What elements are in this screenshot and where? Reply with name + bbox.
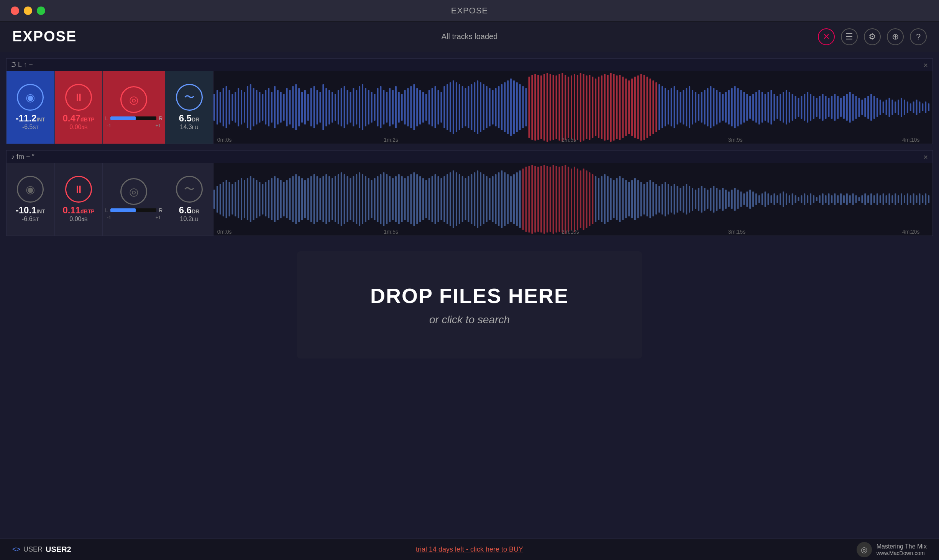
svg-rect-233 — [919, 102, 920, 113]
svg-rect-425 — [768, 193, 769, 205]
svg-rect-288 — [353, 176, 354, 222]
svg-rect-290 — [359, 172, 360, 226]
svg-rect-102 — [522, 86, 524, 128]
svg-rect-413 — [731, 190, 733, 209]
track1-tp-sub: 0.00dB — [69, 124, 87, 131]
svg-rect-260 — [268, 180, 269, 218]
svg-rect-471 — [907, 193, 908, 205]
svg-rect-93 — [495, 88, 497, 126]
svg-rect-25 — [289, 90, 291, 124]
svg-rect-469 — [901, 193, 902, 205]
svg-rect-76 — [443, 86, 445, 128]
svg-rect-408 — [716, 188, 717, 211]
track2-stereo-right: R — [159, 207, 163, 213]
svg-rect-402 — [698, 188, 699, 211]
svg-rect-261 — [271, 178, 273, 220]
gear-icon-btn[interactable]: ⚙ — [864, 28, 881, 45]
stereo-numbers: -1 +1 — [107, 123, 161, 128]
close-button[interactable] — [11, 7, 19, 15]
svg-rect-395 — [677, 186, 678, 213]
list-icon-btn[interactable]: ☰ — [841, 28, 858, 45]
help-icon-btn[interactable]: ? — [910, 28, 927, 45]
track1-loudness-box[interactable]: ◉ -11.2INT -6.5ST — [7, 71, 55, 144]
svg-rect-56 — [383, 90, 384, 124]
svg-rect-119 — [574, 74, 575, 141]
content-area: ℑ L ↑ − × ◉ -11.2INT -6.5ST ⏸ — [0, 52, 939, 539]
svg-rect-354 — [553, 165, 554, 234]
track2-dr-box[interactable]: 〜 6.6DR 10.2LU — [165, 163, 213, 236]
maximize-button[interactable] — [37, 7, 45, 15]
svg-rect-155 — [683, 90, 684, 124]
svg-rect-360 — [571, 169, 572, 230]
svg-rect-266 — [286, 180, 288, 218]
svg-rect-132 — [613, 74, 615, 141]
svg-rect-426 — [770, 195, 772, 203]
svg-rect-475 — [919, 193, 920, 205]
svg-rect-307 — [410, 174, 412, 224]
svg-rect-326 — [468, 176, 470, 222]
svg-rect-287 — [350, 178, 351, 220]
track2-stereo-box[interactable]: ◎ L R -1 +1 — [103, 163, 165, 236]
svg-rect-124 — [589, 75, 590, 140]
track2-metrics: ◉ -10.1INT -6.6ST ⏸ 0.11dBTP 0.00dB — [7, 163, 213, 236]
svg-rect-271 — [301, 178, 303, 220]
svg-rect-170 — [728, 90, 730, 124]
svg-rect-429 — [780, 193, 781, 205]
minimize-button[interactable] — [24, 7, 32, 15]
track1-dr-box[interactable]: 〜 6.5DR 14.3LU — [165, 71, 213, 144]
svg-rect-304 — [401, 176, 403, 222]
svg-rect-150 — [668, 90, 669, 124]
svg-rect-379 — [628, 182, 630, 216]
svg-rect-48 — [359, 86, 360, 128]
track1-stereo-box[interactable]: ◎ L R -1 +1 — [103, 71, 165, 144]
svg-rect-193 — [798, 98, 799, 117]
svg-rect-359 — [568, 167, 569, 232]
track1-close[interactable]: × — [923, 61, 928, 70]
svg-rect-298 — [383, 172, 384, 226]
brand-url: www.MacDown.com — [877, 550, 927, 556]
svg-rect-259 — [265, 182, 266, 216]
svg-rect-218 — [873, 96, 875, 119]
svg-rect-70 — [425, 94, 427, 121]
trial-link[interactable]: trial 14 days left - click here to BUY — [416, 545, 523, 553]
svg-rect-45 — [350, 92, 351, 123]
svg-rect-177 — [749, 96, 751, 119]
svg-rect-406 — [710, 188, 711, 211]
close-icon-btn[interactable]: ✕ — [818, 28, 835, 45]
svg-rect-404 — [704, 188, 706, 211]
svg-rect-203 — [828, 98, 829, 117]
track2-tp-box[interactable]: ⏸ 0.11dBTP 0.00dB — [55, 163, 103, 236]
svg-rect-279 — [325, 174, 327, 224]
svg-rect-390 — [662, 184, 663, 215]
svg-rect-153 — [677, 90, 678, 124]
track2-waveform[interactable]: 0m:0s 1m:5s 2m:10s 3m:15s 4m:20s — [213, 163, 932, 236]
drop-zone[interactable]: DROP FILES HERE or click to search — [297, 251, 642, 359]
svg-text:3m:9s: 3m:9s — [728, 137, 743, 143]
svg-rect-274 — [310, 176, 312, 222]
svg-rect-381 — [634, 178, 636, 220]
svg-rect-122 — [583, 74, 584, 141]
svg-rect-435 — [798, 197, 799, 201]
stereo-right-label: R — [159, 115, 163, 121]
svg-rect-306 — [407, 176, 409, 222]
svg-rect-133 — [616, 75, 618, 139]
svg-rect-465 — [888, 193, 890, 205]
track2-close[interactable]: × — [923, 153, 928, 162]
track1-tp-box[interactable]: ⏸ 0.47dBTP 0.00dB — [55, 71, 103, 144]
svg-rect-83 — [465, 88, 466, 126]
svg-rect-329 — [477, 170, 478, 228]
svg-rect-201 — [822, 94, 824, 121]
header-icons: ✕ ☰ ⚙ ⊕ ? — [818, 28, 927, 45]
svg-rect-58 — [389, 88, 391, 126]
svg-rect-39 — [332, 92, 333, 123]
track2-stereo-left: L — [105, 207, 108, 213]
brand-name: Mastering The Mix — [877, 543, 927, 550]
filter-icon-btn[interactable]: ⊕ — [887, 28, 904, 45]
svg-rect-349 — [537, 167, 539, 232]
track1-waveform[interactable]: 0m:0s 1m:2s 2m:5s 3m:9s 4m:10s — [213, 71, 932, 144]
svg-rect-458 — [867, 195, 869, 203]
svg-rect-220 — [880, 100, 881, 115]
track2-loudness-box[interactable]: ◉ -10.1INT -6.6ST — [7, 163, 55, 236]
svg-rect-18 — [268, 88, 269, 126]
svg-rect-26 — [292, 86, 294, 128]
